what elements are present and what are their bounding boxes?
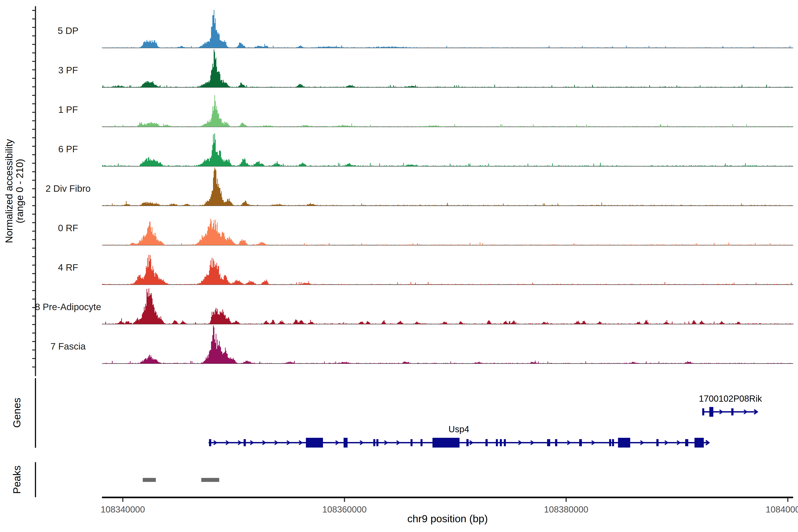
y-axis-label-line2: (range 0 - 210) [14, 159, 25, 223]
genes-section-label: Genes [11, 398, 23, 428]
signal-tracks [102, 10, 794, 363]
track-label-3-pf: 3 PF [58, 65, 78, 75]
gene-models [209, 407, 757, 448]
track-label-4-rf: 4 RF [58, 262, 78, 273]
track-label-6-pf: 6 PF [58, 144, 78, 154]
genome-browser-figure: Normalized accessibility (range 0 - 210)… [0, 0, 798, 532]
gene-label-1700102P08Rik: 1700102P08Rik [699, 394, 762, 403]
x-tick-108360000: 108360000 [322, 505, 367, 514]
x-tick-108340000: 108340000 [101, 505, 145, 514]
track-label-7-fascia: 7 Fascia [51, 341, 86, 352]
x-tick-108380000: 108380000 [544, 505, 588, 514]
track-label-5-dp: 5 DP [58, 25, 78, 36]
peak-calls [143, 478, 219, 482]
x-axis [102, 497, 793, 502]
x-axis-title: chr9 position (bp) [407, 513, 488, 525]
track-labels: 5 DP 3 PF 1 PF 6 PF 2 Div Fibro 0 RF 4 R… [35, 25, 101, 352]
peaks-section-label: Peaks [11, 466, 23, 494]
track-label-0-rf: 0 RF [58, 223, 78, 233]
accessibility-y-axis [32, 6, 36, 376]
x-tick-108400000: 108400000 [766, 505, 798, 514]
browser-track-plot: Normalized accessibility (range 0 - 210)… [0, 0, 798, 532]
gene-label-Usp4: Usp4 [449, 424, 469, 434]
y-axis-label-line1: Normalized accessibility [3, 139, 14, 243]
track-label-8-pre-adipocyte: 8 Pre-Adipocyte [35, 302, 101, 312]
track-label-1-pf: 1 PF [58, 104, 78, 115]
track-label-2-div-fibro: 2 Div Fibro [45, 183, 91, 194]
